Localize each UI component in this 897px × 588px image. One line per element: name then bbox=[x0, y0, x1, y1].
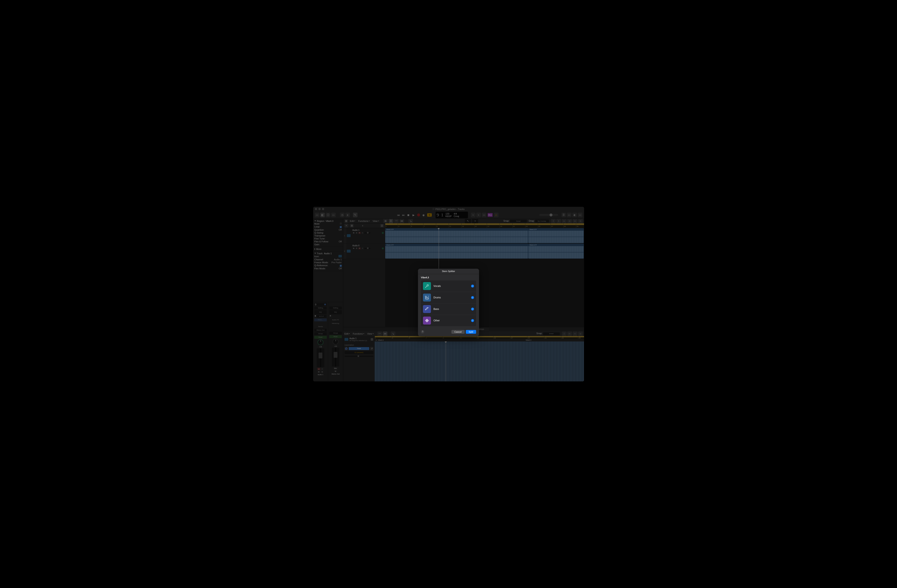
list-editors-button[interactable]: ☰ bbox=[562, 213, 566, 217]
mastering-slot[interactable]: Mastering bbox=[329, 322, 342, 325]
stem-row-drums[interactable]: Drums ✓ bbox=[421, 292, 476, 303]
inspector-button[interactable]: ◧ bbox=[320, 213, 325, 217]
zoom-icon[interactable]: ○ bbox=[578, 331, 583, 336]
stem-checkbox[interactable]: ✓ bbox=[471, 308, 474, 310]
setting-slot[interactable]: Setting bbox=[329, 307, 342, 310]
tuner-button[interactable]: ⌁ bbox=[476, 213, 481, 217]
hzoom-icon[interactable]: ↔ bbox=[562, 219, 566, 223]
flex-icon[interactable]: ⋈ bbox=[383, 331, 387, 336]
editors-button[interactable]: ✎ bbox=[353, 213, 358, 217]
zoom-icon[interactable]: ↔ bbox=[573, 219, 577, 223]
eq-slot[interactable]: EQ bbox=[329, 310, 342, 314]
editor-waveform[interactable] bbox=[375, 342, 584, 382]
rec-button[interactable]: R bbox=[358, 247, 361, 249]
checkbox[interactable]: ✓ bbox=[340, 226, 342, 228]
drag-select[interactable]: No Overlap bbox=[535, 220, 549, 223]
snap-select[interactable]: Smart bbox=[510, 220, 527, 223]
bounce-button[interactable]: Bnc bbox=[333, 367, 338, 370]
audio-region[interactable]: Vibe4.4 ⟳ bbox=[385, 244, 528, 259]
editor-menu-edit[interactable]: Edit ▾ bbox=[344, 333, 350, 335]
editor-ruler[interactable]: 135791113151719212325 bbox=[375, 336, 584, 339]
audiofx-slot[interactable]: Audio FX bbox=[329, 318, 342, 321]
global-solo[interactable]: S bbox=[361, 225, 364, 227]
group-slot[interactable]: Group bbox=[329, 331, 342, 334]
pan-knob[interactable] bbox=[318, 339, 323, 345]
volume-slider[interactable] bbox=[364, 248, 370, 249]
menu-view[interactable]: View ▾ bbox=[373, 220, 379, 222]
flex-icon[interactable]: ⋈ bbox=[400, 219, 404, 223]
track-header-config[interactable]: ⊞ bbox=[344, 219, 348, 223]
automation-track-button[interactable]: Track bbox=[349, 347, 369, 350]
alert-icon[interactable]: ⚠ bbox=[494, 213, 499, 217]
input-button[interactable]: I bbox=[361, 247, 364, 249]
rec-enable[interactable]: ● bbox=[317, 368, 320, 370]
key-commands-badge[interactable]: ⌘34 bbox=[488, 213, 493, 217]
stem-checkbox[interactable]: ✓ bbox=[471, 285, 474, 287]
chevron-down-icon[interactable] bbox=[314, 220, 316, 221]
stem-row-vocals[interactable]: Vocals ✓ bbox=[421, 280, 476, 292]
close-window-button[interactable] bbox=[315, 208, 317, 210]
replace-button[interactable]: ⌁ bbox=[471, 213, 476, 217]
automation-mode[interactable]: Read bbox=[314, 336, 327, 339]
fullscreen-window-button[interactable] bbox=[322, 208, 324, 210]
output-slot[interactable]: Stereo Out bbox=[314, 329, 327, 331]
chevron-down-icon[interactable] bbox=[314, 253, 316, 254]
setting-slot[interactable]: Setting bbox=[314, 307, 327, 310]
eq-slot[interactable]: EQ bbox=[314, 310, 327, 314]
toolbar-button[interactable]: ▭ bbox=[331, 213, 336, 217]
split-button[interactable]: Split bbox=[466, 330, 476, 334]
automation-icon[interactable]: 〰 bbox=[394, 219, 399, 223]
zoom-icon[interactable]: ○ bbox=[578, 219, 583, 223]
pan-knob[interactable] bbox=[333, 339, 338, 345]
help-button[interactable]: ? bbox=[421, 330, 424, 333]
stem-row-other[interactable]: Other ✓ bbox=[421, 315, 476, 326]
mute-button[interactable]: M bbox=[317, 371, 320, 373]
duplicate-track-button[interactable]: ⊞ bbox=[350, 224, 354, 228]
pointer-tool[interactable]: ↖ bbox=[465, 219, 471, 223]
editor-menu-functions[interactable]: Functions ▾ bbox=[353, 333, 364, 335]
master-volume-slider[interactable] bbox=[539, 214, 558, 216]
zoom-icon[interactable]: ↔ bbox=[573, 331, 577, 336]
capture-button[interactable]: ◉ bbox=[422, 214, 425, 217]
cycle-range[interactable] bbox=[385, 223, 584, 225]
audio-region[interactable]: Vibe4.3 ⟳ bbox=[385, 228, 528, 243]
mixer-button[interactable]: ⫼ bbox=[345, 213, 350, 217]
audio-region[interactable]: Vibe4.4 ⟳ bbox=[528, 244, 584, 259]
quickhelp-button[interactable]: ⓘ bbox=[326, 213, 330, 217]
checkbox[interactable]: ✓ bbox=[340, 265, 342, 267]
midi-slot[interactable]: 0 bbox=[314, 303, 327, 306]
share-icon[interactable]: ↗ bbox=[370, 347, 373, 350]
notes-button[interactable]: ▭ bbox=[567, 213, 571, 217]
rec-button[interactable]: R bbox=[358, 232, 361, 234]
lcd-display[interactable]: 9 1 120KEEP 4/4Cmaj bbox=[436, 212, 468, 218]
group-slot[interactable]: Group bbox=[314, 332, 327, 335]
forward-button[interactable]: ⏭ bbox=[402, 214, 405, 217]
vzoom-icon[interactable]: ↕ bbox=[556, 219, 561, 223]
mute-button[interactable]: M bbox=[352, 232, 355, 234]
waveform-zoom-icon[interactable]: ⫶ bbox=[551, 219, 556, 223]
zoom-icon[interactable]: ○ bbox=[567, 219, 572, 223]
audio-region[interactable]: Vibe4.3 ⟳ bbox=[528, 228, 584, 243]
power-button[interactable]: ⏻ bbox=[344, 347, 348, 350]
record-button[interactable] bbox=[417, 214, 420, 217]
track-name[interactable]: Audio 1 bbox=[352, 229, 384, 231]
volume-slider[interactable] bbox=[364, 232, 370, 234]
list-view-icon[interactable]: ☰ bbox=[389, 219, 393, 223]
volume-fader[interactable] bbox=[332, 348, 339, 367]
mute-button[interactable]: M bbox=[352, 247, 355, 249]
rewind-button[interactable]: ⏮ bbox=[397, 214, 400, 217]
library-button[interactable]: ▭ bbox=[315, 213, 320, 217]
add-track-button[interactable]: + bbox=[344, 224, 348, 228]
grid-view-icon[interactable]: ⊞ bbox=[383, 219, 388, 223]
input-slot[interactable]: In 1-2 bbox=[317, 315, 326, 318]
arrange-grid[interactable]: Vibe4.3 ⟳Vibe4.3 ⟳Vibe4.4 ⟳Vibe4.4 ⟳ bbox=[385, 228, 584, 327]
input-monitor[interactable]: I bbox=[321, 368, 324, 370]
mute-button[interactable]: M bbox=[334, 370, 337, 373]
minimize-window-button[interactable] bbox=[318, 208, 321, 210]
catch-playhead-icon[interactable]: ↘ bbox=[408, 219, 413, 223]
automation-icon[interactable]: 〰 bbox=[377, 331, 382, 336]
zoom-icon[interactable]: ↔ bbox=[567, 331, 572, 336]
zoom-icon[interactable]: ⫶ bbox=[562, 331, 566, 336]
solo-button[interactable]: S bbox=[355, 247, 358, 249]
stop-button[interactable]: ⏹ bbox=[407, 214, 410, 217]
